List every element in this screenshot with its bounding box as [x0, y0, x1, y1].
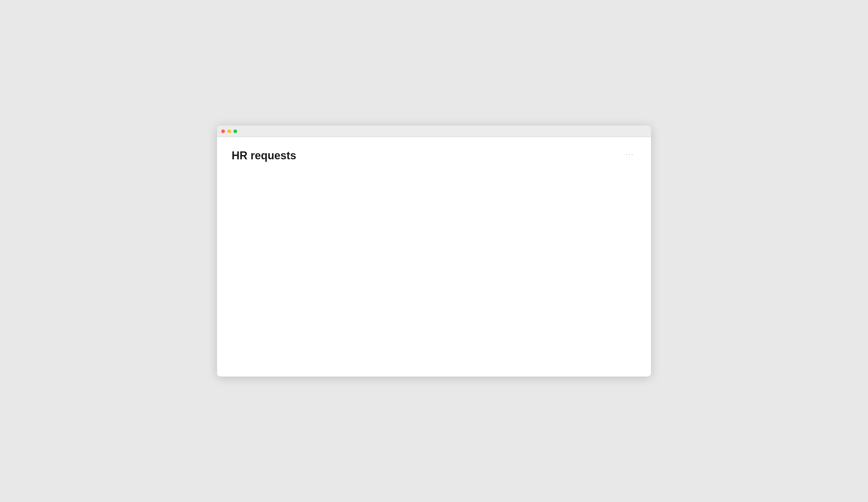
page-header: HR requests ··· [231, 149, 637, 162]
page-title: HR requests [231, 149, 296, 162]
minimize-button[interactable] [227, 129, 231, 133]
close-button[interactable] [221, 129, 225, 133]
titlebar [217, 125, 651, 137]
main-content: HR requests ··· [217, 137, 651, 377]
app-window: HR requests ··· [217, 125, 651, 377]
more-button[interactable]: ··· [623, 149, 637, 160]
maximize-button[interactable] [234, 129, 237, 133]
